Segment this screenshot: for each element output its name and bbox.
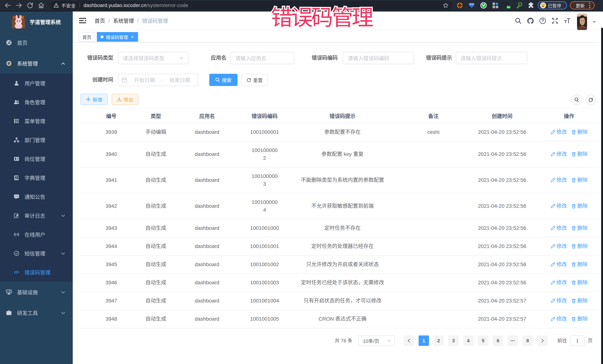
filter-app-input[interactable]: 请输入应用名 (231, 52, 294, 64)
search-button[interactable]: 搜索 (209, 74, 237, 86)
browser-reload-icon[interactable] (26, 2, 34, 9)
sidebar-item-peoples[interactable]: 角色管理 (0, 93, 73, 111)
chrome-update-button[interactable]: 更新 (570, 1, 595, 10)
edit-link[interactable]: 修改 (550, 128, 567, 136)
sidebar-item-smscheck[interactable]: 短信管理 (0, 244, 73, 263)
filter-code-input[interactable]: 请输入错误码编码 (343, 52, 414, 64)
tag-close-icon[interactable] (130, 35, 134, 39)
delete-link[interactable]: 删除 (571, 297, 588, 305)
delete-link[interactable]: 删除 (571, 150, 588, 158)
delete-link[interactable]: 删除 (571, 243, 588, 250)
address-bar[interactable]: 不安全 dashboard.yudao.iocoder.cn/system/er… (50, 1, 452, 10)
insecure-label[interactable]: 不安全 (61, 2, 76, 9)
browser-menu-kebab-icon[interactable] (589, 2, 590, 9)
tag-error-code[interactable]: 错误码管理 (97, 32, 138, 42)
browser-forward-icon[interactable] (15, 2, 23, 9)
delete-link[interactable]: 删除 (571, 128, 588, 136)
cell-msg: 参数配置不存在 (284, 123, 401, 141)
sidebar-item-gear[interactable]: 系统管理 (0, 53, 73, 74)
filter-app-label: 应用名 (197, 52, 226, 64)
sidebar-item-online[interactable]: 在线用户 (0, 225, 73, 244)
edit-link[interactable]: 修改 (550, 202, 567, 210)
delete-link[interactable]: 删除 (571, 176, 588, 184)
page-url[interactable]: dashboard.yudao.iocoder.cn/system/error-… (83, 3, 188, 8)
edit-link[interactable]: 修改 (550, 243, 567, 250)
sidebar-item-logaudit[interactable]: 审计日志 (0, 206, 73, 225)
page-button-3[interactable]: 3 (448, 335, 459, 346)
sidebar-item-post[interactable]: 岗位管理 (0, 149, 73, 168)
page-content: 错误码类型 请选择错误码类型 应用名 请输入应用名 错误码编码 请输入错误码编码… (73, 43, 603, 364)
page-button-4[interactable]: 4 (463, 335, 474, 346)
page-button-2[interactable]: 2 (433, 335, 444, 346)
next-page-button[interactable] (537, 335, 548, 346)
export-button[interactable]: 导出 (112, 94, 139, 105)
fullscreen-icon[interactable] (551, 17, 558, 24)
date-start-placeholder[interactable]: 开始日期 (130, 76, 159, 84)
extension-blue-gem-icon[interactable] (468, 2, 475, 9)
refresh-round-button[interactable] (586, 95, 596, 105)
browser-back-icon[interactable] (4, 2, 12, 9)
breadcrumb-system[interactable]: 系统管理 (113, 17, 134, 24)
reset-button[interactable]: 重置 (241, 74, 268, 86)
breadcrumb-home[interactable]: 首页 (95, 17, 105, 24)
date-end-placeholder[interactable]: 结束日期 (165, 76, 195, 84)
extension-list-on-icon[interactable]: on (504, 2, 511, 9)
extension-key-icon[interactable] (516, 2, 523, 9)
sidebar-item-infra[interactable]: 基础设施 (0, 282, 73, 302)
tag-home[interactable]: 首页 (79, 32, 95, 42)
sidebar-item-tree[interactable]: 部门管理 (0, 131, 73, 149)
collapse-sidebar-icon[interactable] (79, 17, 86, 24)
filter-date-range[interactable]: 开始日期 - 结束日期 (118, 74, 198, 86)
edit-link[interactable]: 修改 (550, 224, 567, 232)
delete-link[interactable]: 删除 (571, 224, 588, 232)
font-size-icon[interactable] (564, 17, 571, 24)
sidebar-logo[interactable]: 芋道管理系统 (0, 11, 73, 32)
avatar-caret-down-icon[interactable] (592, 19, 596, 23)
edit-link[interactable]: 修改 (550, 261, 567, 268)
column-header: 错误码编码 (245, 109, 284, 123)
extension-orange-ring-icon[interactable] (456, 2, 463, 9)
extension-grid-icon[interactable] (492, 2, 499, 9)
sidebar-item-dict[interactable]: 字典管理 (0, 168, 73, 187)
extension-green-circle-icon[interactable] (480, 2, 487, 9)
page-scrollbar-thumb[interactable] (601, 28, 603, 364)
toggle-search-round-button[interactable] (571, 95, 582, 105)
help-icon[interactable] (539, 17, 546, 24)
sidebar-item-user[interactable]: 用户管理 (0, 74, 73, 93)
jump-page-input[interactable]: 1 (570, 335, 585, 346)
logo-rabbit-image (12, 15, 25, 29)
sidebar-item-treetable[interactable]: 菜单管理 (0, 111, 73, 131)
page-size-select[interactable]: 10条/页 (358, 335, 395, 346)
delete-link[interactable]: 删除 (571, 279, 588, 287)
sidebar-item-code[interactable]: 错误码管理 (0, 263, 73, 282)
browser-home-icon[interactable] (37, 2, 45, 9)
page-button-5[interactable]: 5 (478, 335, 488, 346)
edit-link[interactable]: 修改 (550, 315, 567, 323)
user-avatar[interactable] (577, 13, 587, 30)
filter-msg-input[interactable]: 请输入错误码提示 (456, 52, 527, 64)
delete-link[interactable]: 删除 (571, 261, 588, 268)
prev-page-button[interactable] (404, 335, 414, 346)
header-search-icon[interactable] (515, 17, 522, 24)
sidebar-item-dashboard[interactable]: 首页 (0, 32, 73, 53)
edit-link[interactable]: 修改 (550, 176, 567, 184)
recorder-paused-pill[interactable]: 已暂停 (538, 1, 567, 10)
delete-link[interactable]: 删除 (571, 202, 588, 210)
edit-link[interactable]: 修改 (550, 297, 567, 305)
page-button-8[interactable]: 8 (522, 335, 533, 346)
sidebar-item-tool[interactable]: 研发工具 (0, 302, 73, 323)
more-pages-button[interactable]: ••• (508, 335, 518, 346)
github-icon[interactable] (527, 17, 534, 24)
sidebar-item-message[interactable]: 通知公告 (0, 187, 73, 206)
page-button-1[interactable]: 1 (418, 335, 429, 346)
trash-icon (571, 130, 576, 134)
extensions-puzzle-icon[interactable] (527, 2, 534, 9)
edit-link[interactable]: 修改 (550, 150, 567, 158)
search-button-icon (215, 77, 220, 82)
edit-link[interactable]: 修改 (550, 279, 567, 287)
bookmark-star-icon[interactable] (443, 2, 449, 8)
add-button[interactable]: 新增 (81, 94, 108, 105)
page-button-6[interactable]: 6 (493, 335, 503, 346)
delete-link[interactable]: 删除 (571, 315, 588, 323)
filter-type-select[interactable]: 请选择错误码类型 (118, 52, 188, 64)
